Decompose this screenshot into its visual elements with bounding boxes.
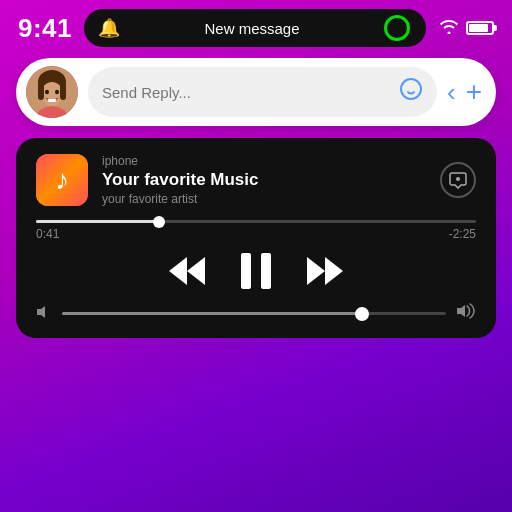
airplay-button[interactable] [440,162,476,198]
time-labels: 0:41 -2:25 [36,227,476,241]
svg-rect-3 [38,82,44,100]
player-controls [36,253,476,289]
volume-section[interactable] [36,303,476,324]
bell-icon: 🔔 [98,17,120,39]
reply-input-area[interactable] [88,67,437,117]
green-circle-icon [384,15,410,41]
reply-bar: ‹ + [16,58,496,126]
music-player: ♪ iphone Your favorite Music your favori… [16,138,496,338]
player-title: Your favorite Music [102,170,426,190]
battery-fill [469,24,488,32]
player-artist: your favorite artist [102,192,426,206]
progress-thumb [153,216,165,228]
volume-fill [62,312,362,315]
svg-marker-14 [325,257,343,285]
volume-track[interactable] [62,312,446,315]
svg-point-5 [45,90,49,94]
svg-rect-7 [48,99,56,102]
volume-low-icon [36,304,52,324]
rewind-button[interactable] [169,257,205,285]
music-app-icon: ♪ [36,154,88,206]
wifi-icon [438,18,460,39]
svg-marker-13 [307,257,325,285]
pause-button[interactable] [241,253,271,289]
svg-rect-11 [241,253,251,289]
forward-button[interactable] [307,257,343,285]
reply-actions: ‹ + [447,76,482,108]
status-time: 9:41 [18,13,72,44]
svg-marker-16 [457,305,465,317]
status-icons [438,18,494,39]
music-note-icon: ♪ [55,164,69,196]
progress-fill [36,220,159,223]
svg-point-2 [41,82,63,106]
avatar [26,66,78,118]
volume-high-icon [456,303,476,324]
total-time: -2:25 [449,227,476,241]
notification-text: New message [130,20,374,37]
status-bar: 9:41 🔔 New message [0,0,512,52]
svg-marker-10 [169,257,187,285]
add-button[interactable]: + [466,76,482,108]
svg-point-6 [55,90,59,94]
emoji-button[interactable] [399,77,423,107]
player-source: iphone [102,154,426,168]
current-time: 0:41 [36,227,59,241]
player-info: iphone Your favorite Music your favorite… [102,154,426,206]
battery-icon [466,21,494,35]
svg-rect-12 [261,253,271,289]
volume-thumb [355,307,369,321]
player-header: ♪ iphone Your favorite Music your favori… [36,154,476,206]
notification-bar[interactable]: 🔔 New message [84,9,426,47]
svg-marker-9 [187,257,205,285]
svg-point-8 [456,177,460,181]
reply-input[interactable] [102,84,391,101]
back-button[interactable]: ‹ [447,77,456,108]
svg-marker-15 [37,306,45,318]
svg-rect-4 [60,82,66,100]
progress-section[interactable]: 0:41 -2:25 [36,220,476,241]
progress-track[interactable] [36,220,476,223]
